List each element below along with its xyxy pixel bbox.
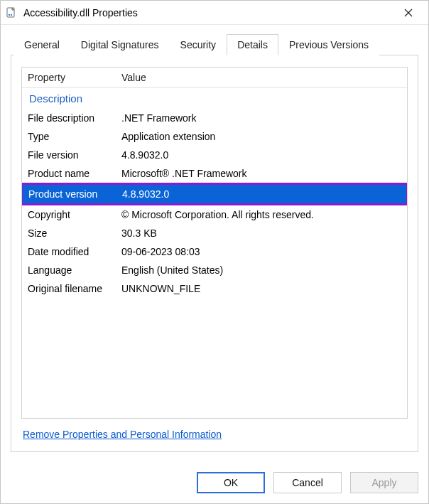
- tab-digital-signatures[interactable]: Digital Signatures: [70, 34, 170, 55]
- link-row: Remove Properties and Personal Informati…: [21, 419, 408, 443]
- tab-security[interactable]: Security: [170, 34, 227, 55]
- prop-label: Product version: [23, 186, 116, 202]
- prop-value: 4.8.9032.0: [116, 147, 407, 163]
- tab-previous-versions[interactable]: Previous Versions: [278, 34, 379, 55]
- close-button[interactable]: [394, 2, 423, 23]
- apply-button[interactable]: Apply: [350, 472, 418, 493]
- row-product-version[interactable]: Product version 4.8.9032.0: [23, 185, 406, 203]
- prop-label: Language: [22, 262, 116, 278]
- prop-label: File version: [22, 147, 116, 163]
- prop-value: 30.3 KB: [116, 225, 407, 241]
- svg-point-1: [9, 14, 10, 15]
- prop-label: Date modified: [22, 244, 116, 259]
- prop-value: 4.8.9032.0: [116, 186, 406, 202]
- file-icon: [5, 6, 18, 19]
- tab-details[interactable]: Details: [227, 34, 278, 55]
- details-list[interactable]: Property Value Description File descript…: [21, 67, 408, 419]
- row-file-description[interactable]: File description .NET Framework: [22, 109, 407, 127]
- prop-label: Size: [22, 225, 116, 241]
- prop-label: File description: [22, 110, 116, 126]
- highlight-product-version: Product version 4.8.9032.0: [22, 183, 407, 205]
- row-language[interactable]: Language English (United States): [22, 261, 407, 279]
- prop-value: 09-06-2023 08:03: [116, 244, 407, 259]
- row-product-name[interactable]: Product name Microsoft® .NET Framework: [22, 164, 407, 183]
- row-size[interactable]: Size 30.3 KB: [22, 224, 407, 242]
- tab-general[interactable]: General: [13, 34, 70, 55]
- svg-point-2: [11, 14, 12, 15]
- details-panel: Property Value Description File descript…: [11, 55, 418, 452]
- row-type[interactable]: Type Application extension: [22, 127, 407, 146]
- title-bar: Accessibility.dll Properties: [1, 1, 428, 25]
- tab-strip: General Digital Signatures Security Deta…: [11, 33, 418, 55]
- prop-value: Microsoft® .NET Framework: [116, 166, 407, 181]
- header-property[interactable]: Property: [22, 68, 116, 87]
- section-description: Description: [22, 88, 407, 109]
- remove-properties-link[interactable]: Remove Properties and Personal Informati…: [23, 429, 222, 440]
- prop-value: © Microsoft Corporation. All rights rese…: [116, 207, 407, 222]
- list-body: File description .NET Framework Type App…: [22, 109, 407, 418]
- ok-button[interactable]: OK: [197, 472, 265, 493]
- properties-dialog: Accessibility.dll Properties General Dig…: [0, 0, 429, 504]
- window-title: Accessibility.dll Properties: [23, 7, 394, 18]
- row-original-filename[interactable]: Original filename UNKNOWN_FILE: [22, 279, 407, 298]
- header-value[interactable]: Value: [116, 68, 407, 87]
- cancel-button[interactable]: Cancel: [273, 472, 342, 493]
- prop-label: Original filename: [22, 281, 116, 296]
- client-area: General Digital Signatures Security Deta…: [1, 25, 428, 462]
- prop-label: Copyright: [22, 207, 116, 222]
- row-date-modified[interactable]: Date modified 09-06-2023 08:03: [22, 242, 407, 261]
- prop-label: Type: [22, 129, 116, 144]
- prop-value: Application extension: [116, 129, 407, 144]
- list-header: Property Value: [22, 68, 407, 88]
- prop-value: UNKNOWN_FILE: [116, 281, 407, 296]
- row-copyright[interactable]: Copyright © Microsoft Corporation. All r…: [22, 205, 407, 224]
- prop-value: English (United States): [116, 262, 407, 278]
- dialog-buttons: OK Cancel Apply: [1, 462, 428, 503]
- prop-label: Product name: [22, 166, 116, 181]
- row-file-version[interactable]: File version 4.8.9032.0: [22, 146, 407, 164]
- prop-value: .NET Framework: [116, 110, 407, 126]
- close-icon: [404, 9, 413, 17]
